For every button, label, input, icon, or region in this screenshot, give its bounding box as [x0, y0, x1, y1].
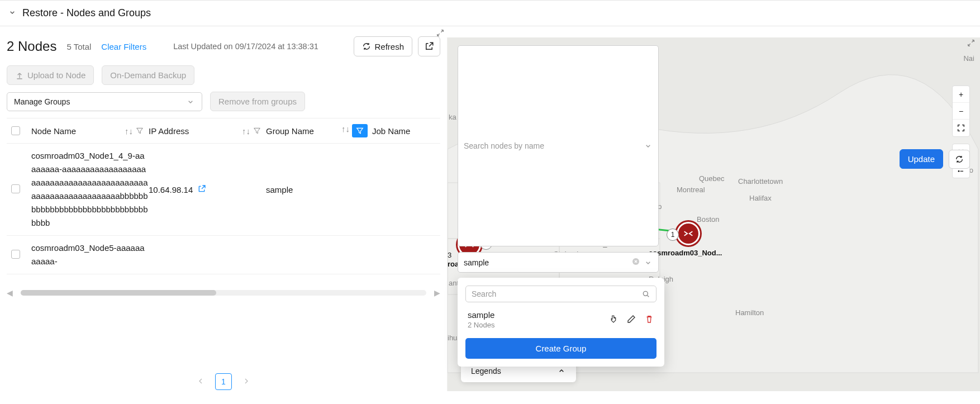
cell-group: sample	[266, 185, 372, 194]
col-ip-label: IP Address	[149, 126, 189, 136]
dropdown-search-input[interactable]: Search	[465, 286, 656, 302]
clear-filters-link[interactable]: Clear Filters	[101, 42, 146, 51]
next-page-icon[interactable]	[242, 377, 251, 387]
select-all-checkbox[interactable]	[11, 126, 31, 135]
remove-from-groups-button: Remove from groups	[210, 92, 305, 111]
table-body[interactable]: cosmroadm03_Node1_4_9-aaaaaaaa-aaaaaaaaa…	[7, 144, 440, 289]
col-node-name[interactable]: Node Name ↑↓	[31, 126, 149, 136]
filter-icon[interactable]	[253, 126, 261, 135]
chevron-down-icon	[644, 258, 653, 267]
edit-icon[interactable]	[626, 314, 636, 326]
cell-node-name: cosmroadm03_Node1_4_9-aaaaaaaa-aaaaaaaaa…	[31, 149, 149, 230]
action-toolbar-1: Upload to Node On-Demand Backup	[7, 65, 440, 85]
export-button[interactable]	[418, 36, 440, 56]
map-header: Search nodes by name sample Search	[458, 45, 970, 273]
manage-groups-label: Manage Groups	[14, 97, 70, 106]
map-node-label: 3	[448, 251, 451, 259]
table-row[interactable]: cosmroadm03_Node1_4_9-aaaaaaaa-aaaaaaaaa…	[7, 144, 440, 236]
cell-node-name: cosmroadm03_Node5-aaaaaaaaaaa-	[31, 241, 149, 268]
titlebar: Restore - Nodes and Groups	[0, 0, 980, 26]
update-label: Update	[908, 154, 935, 164]
update-button[interactable]: Update	[900, 149, 943, 169]
expand-left-icon[interactable]	[436, 28, 445, 39]
chevron-down-icon	[644, 141, 653, 150]
group-value: sample	[464, 258, 489, 267]
sort-icon[interactable]: ↑↓	[125, 126, 133, 136]
dropdown-item[interactable]: sample 2 Nodes	[465, 302, 656, 332]
group-select[interactable]: sample	[458, 252, 659, 273]
col-job[interactable]: Job Name	[372, 126, 436, 136]
map-label: ka	[449, 113, 456, 121]
map-pane: Nai Quebec Montreal Toronto Detroit Bost…	[447, 37, 980, 391]
legends-label: Legends	[471, 367, 501, 376]
col-ip[interactable]: IP Address ↑↓	[149, 126, 266, 136]
search-placeholder: Search nodes by name	[464, 141, 544, 150]
scroll-right-icon[interactable]: ▶	[434, 288, 440, 297]
action-toolbar-2: Manage Groups Remove from groups	[7, 92, 440, 111]
col-node-label: Node Name	[31, 126, 76, 136]
dd-search-placeholder: Search	[472, 289, 496, 298]
ip-text: 10.64.98.14	[149, 185, 193, 194]
col-job-label: Job Name	[372, 126, 410, 136]
cell-ip: 10.64.98.14	[149, 184, 266, 195]
group-dropdown: Search sample 2 Nodes	[458, 278, 664, 367]
left-pane: 2 Nodes 5 Total Clear Filters Last Updat…	[0, 26, 447, 402]
pager: 1	[7, 365, 440, 398]
page-1-button[interactable]: 1	[215, 373, 232, 390]
sort-icon[interactable]: ↑↓	[242, 126, 250, 136]
open-external-icon[interactable]	[197, 184, 206, 195]
filter-icon[interactable]	[135, 126, 144, 135]
search-nodes-input[interactable]: Search nodes by name	[458, 45, 659, 246]
dd-item-sub: 2 Nodes	[468, 321, 603, 329]
map-refresh-button[interactable]	[949, 150, 970, 169]
prev-page-icon[interactable]	[196, 377, 205, 387]
backup-button: On-Demand Backup	[102, 65, 194, 85]
col-group[interactable]: Group Name ↑↓	[266, 124, 372, 137]
create-group-button[interactable]: Create Group	[465, 338, 656, 359]
scroll-thumb[interactable]	[21, 290, 216, 296]
pointer-icon[interactable]	[608, 314, 619, 326]
upload-button: Upload to Node	[7, 65, 94, 85]
scroll-left-icon[interactable]: ◀	[7, 288, 13, 297]
table-header-row: Node Name ↑↓ IP Address ↑↓ Group Name	[7, 118, 440, 144]
map-label: Hamilton	[735, 308, 764, 317]
backup-label: On-Demand Backup	[110, 70, 186, 80]
delete-icon[interactable]	[644, 314, 654, 326]
row-checkbox[interactable]	[11, 250, 31, 260]
sort-icon[interactable]: ↑↓	[341, 124, 350, 137]
nodes-table: Node Name ↑↓ IP Address ↑↓ Group Name	[7, 118, 440, 365]
svg-point-1	[643, 291, 648, 296]
page-title: Restore - Nodes and Groups	[22, 7, 151, 19]
row-checkbox[interactable]	[11, 184, 31, 195]
upload-label: Upload to Node	[27, 70, 85, 80]
node-count: 2 Nodes	[7, 39, 56, 54]
clear-icon[interactable]	[631, 257, 640, 268]
search-icon	[641, 289, 650, 298]
col-group-label: Group Name	[266, 126, 314, 136]
dd-item-name: sample	[468, 310, 603, 320]
last-updated-text: Last Updated on 09/17/2024 at 13:38:31	[173, 42, 318, 51]
left-header: 2 Nodes 5 Total Clear Filters Last Updat…	[7, 36, 440, 56]
refresh-label: Refresh	[374, 42, 404, 51]
remove-label: Remove from groups	[218, 97, 297, 106]
manage-groups-select[interactable]: Manage Groups	[7, 92, 202, 111]
table-row[interactable]: cosmroadm03_Node5-aaaaaaaaaaa-	[7, 236, 440, 274]
horizontal-scrollbar[interactable]: ◀ ▶	[7, 289, 440, 297]
filter-active-icon[interactable]	[352, 124, 368, 137]
collapse-chevron-icon[interactable]	[8, 8, 17, 18]
chevron-up-icon	[557, 367, 566, 376]
refresh-button[interactable]: Refresh	[354, 36, 412, 56]
total-count: 5 Total	[66, 42, 91, 51]
